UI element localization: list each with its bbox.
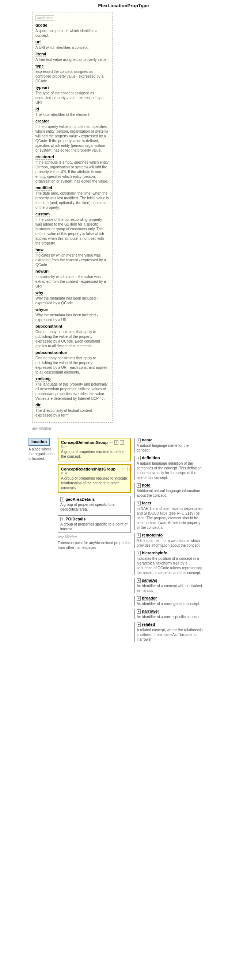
definition-label: definition	[142, 455, 160, 460]
remoteinfo-desc: A link to an item or a web source which …	[137, 538, 203, 548]
attr-name-qcode: qcode	[35, 23, 47, 28]
sameas-plus-icon: +	[137, 578, 141, 583]
attribute-item-howuri: howuriIndicates by which means the value…	[35, 269, 109, 289]
attribute-item-custom: customIf the value of the corresponding …	[35, 212, 109, 246]
attr-desc-creatoruri: If the attribute is empty, specifies whi…	[35, 160, 109, 184]
definition-plus-icon: +	[137, 456, 141, 460]
right-item-broader: +broaderAn identifier of a more generic …	[134, 596, 203, 606]
attribute-list: qcodeA quasi-unique code which identifie…	[35, 23, 109, 418]
attr-desc-creator: If the property value is not defined, sp…	[35, 124, 109, 153]
attribute-item-literal: literalA free-text value assigned as pro…	[35, 52, 109, 62]
attr-name-type: type	[35, 64, 44, 69]
right-item-definition: +definitionA natural language definition…	[134, 455, 203, 480]
broader-plus-icon: +	[137, 596, 141, 601]
name-label: name	[142, 438, 152, 442]
poi-details-item: + POIDetails A group of properties speci…	[58, 515, 131, 533]
attr-desc-why: Why the metadata has been included - exp…	[35, 296, 109, 305]
attribute-item-uri: uriA URI which identifies a concept.	[35, 40, 109, 50]
geo-area-label: geoAreaDetails	[66, 497, 95, 501]
attribute-item-id: idThe local identifier of the element.	[35, 107, 109, 117]
note-plus-icon: +	[137, 483, 141, 488]
attr-desc-pubconstrainturi: One or many constraints that apply to pu…	[35, 356, 109, 375]
attribute-item-creatoruri: creatoruriIf the attribute is empty, spe…	[35, 154, 109, 184]
right-item-note: +noteAdditional natural language informa…	[134, 483, 203, 498]
attr-name-why: why	[35, 291, 43, 296]
attr-name-typeuri: typeuri	[35, 85, 49, 91]
attribute-item-typeuri: typeuriThe type of the concept assigned …	[35, 85, 109, 105]
sameas-label: sameAs	[142, 578, 157, 583]
concept-def-desc: A group of properties required to define…	[61, 449, 128, 459]
attr-name-pubconstrainturi: pubconstrainturi	[35, 350, 67, 355]
attr-name-modified: modified	[35, 186, 52, 191]
attr-desc-typeuri: The type of the concept assigned as cont…	[35, 91, 109, 105]
remoteinfo-plus-icon: +	[137, 533, 141, 538]
attr-name-pubconstraint: pubconstraint	[35, 324, 62, 329]
broader-desc: An identifier of a more generic concept.	[137, 601, 203, 606]
attr-desc-howuri: Indicates by which means the value was e…	[35, 274, 109, 289]
attr-name-xmllang: xmllang	[35, 377, 51, 382]
attribute-item-why: whyWhy the metadata has been included - …	[35, 291, 109, 305]
geo-area-details-item: + geoAreaDetails A group of properties s…	[58, 496, 131, 513]
related-desc: A related concept, where the relationshi…	[137, 628, 203, 642]
related-label: related	[142, 622, 155, 627]
poi-plus-icon: +	[60, 517, 64, 521]
attribute-item-creator: creatorIf the property value is not defi…	[35, 119, 109, 153]
note-desc: Additional natural language information …	[137, 488, 203, 498]
attr-desc-id: The local identifier of the element.	[35, 112, 109, 117]
name-desc: A natural language name for the concept.	[137, 443, 203, 453]
attributes-label: attributes	[35, 15, 54, 21]
attribute-item-type: typeExpressed the concept assigned as co…	[35, 64, 109, 83]
geo-area-desc: A group of properties specific to a geop…	[60, 502, 128, 512]
page-wrapper: FlexLocationPropType attributes qcodeA q…	[0, 0, 247, 980]
attribute-item-qcode: qcodeA quasi-unique code which identifie…	[35, 23, 109, 38]
attr-desc-literal: A free-text value assigned as property v…	[35, 57, 109, 62]
attr-name-howuri: howuri	[35, 269, 48, 274]
concept-def-group: ConceptDefinitionGroup ···· + + 0..∞ A g…	[58, 438, 131, 461]
right-item-sameAs: +sameAsAn identifier of a concept with e…	[134, 578, 203, 593]
remoteinfo-label: remoteInfo	[142, 533, 163, 538]
poi-desc: A group of properties specific to a poin…	[60, 522, 128, 531]
attr-name-creator: creator	[35, 119, 49, 124]
hierarchyinfo-plus-icon: +	[137, 551, 141, 555]
attribute-item-pubconstrainturi: pubconstrainturiOne or many constraints …	[35, 350, 109, 375]
right-item-narrower: +narrowerAn identifier of a more specifi…	[134, 609, 203, 619]
hierarchyinfo-label: hierarchyInfo	[142, 551, 167, 555]
attr-desc-uri: A URI which identifies a concept.	[35, 45, 109, 50]
page-title: FlexLocationPropType	[3, 3, 244, 8]
hierarchyinfo-desc: Indicates the position of a concept in a…	[137, 556, 203, 575]
attr-desc-qcode: A quasi-unique code which identifies a c…	[35, 29, 109, 38]
note-label: note	[142, 483, 150, 488]
attribute-item-how: howIndicates by which means the value wa…	[35, 247, 109, 267]
attr-desc-custom: If the value of the corresponding proper…	[35, 217, 109, 246]
attribute-item-pubconstraint: pubconstraintOne or many constraints tha…	[35, 324, 109, 348]
broader-label: broader	[142, 596, 157, 601]
attributes-group: attributes qcodeA quasi-unique code whic…	[32, 12, 112, 423]
concept-rel-desc: A group of properties required to indica…	[61, 476, 128, 490]
attr-desc-whyuri: Why the metadata has been included - exp…	[35, 313, 109, 322]
location-box[interactable]: location	[29, 438, 50, 446]
any-other-left: any ##other	[32, 426, 244, 430]
any-other-bottom: any ##other	[58, 535, 131, 539]
concept-rel-label: ConceptRelationshipsGroup	[61, 467, 115, 471]
attribute-item-xmllang: xmllangThe language of this property and…	[35, 377, 109, 401]
right-item-name: +nameA natural language name for the con…	[134, 438, 203, 453]
attribute-item-whyuri: whyuriWhy the metadata has been included…	[35, 307, 109, 322]
attr-name-literal: literal	[35, 52, 46, 57]
attribute-item-dir: dirThe directionality of textual content…	[35, 403, 109, 418]
concept-def-cardinality: 0..∞	[61, 445, 128, 448]
geo-plus-icon: +	[60, 497, 64, 501]
attr-desc-xmllang: The language of this property and potent…	[35, 382, 109, 401]
poi-label: POIDetails	[66, 517, 85, 521]
right-item-related: +relatedA related concept, where the rel…	[134, 622, 203, 642]
attr-name-custom: custom	[35, 212, 50, 217]
right-item-hierarchyInfo: +hierarchyInfoIndicates the position of …	[134, 551, 203, 575]
related-plus-icon: +	[137, 622, 141, 627]
location-desc: A place where the organisation is locate…	[29, 447, 56, 461]
narrower-label: narrower	[142, 609, 159, 614]
attr-name-id: id	[35, 107, 39, 112]
attr-name-creatoruri: creatoruri	[35, 154, 54, 160]
facet-desc: In NAR 1.8 and later, facet is deprecate…	[137, 506, 203, 530]
facet-label: facet	[142, 501, 151, 506]
attribute-item-modified: modifiedThe date (and, optionally, the t…	[35, 186, 109, 210]
any-other-bottom-desc: Extension point for any/de-defined prope…	[58, 541, 131, 550]
